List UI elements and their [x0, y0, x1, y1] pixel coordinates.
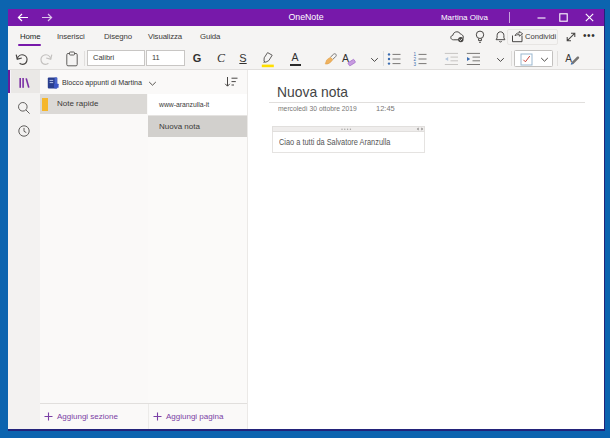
svg-text:3: 3: [413, 61, 416, 66]
